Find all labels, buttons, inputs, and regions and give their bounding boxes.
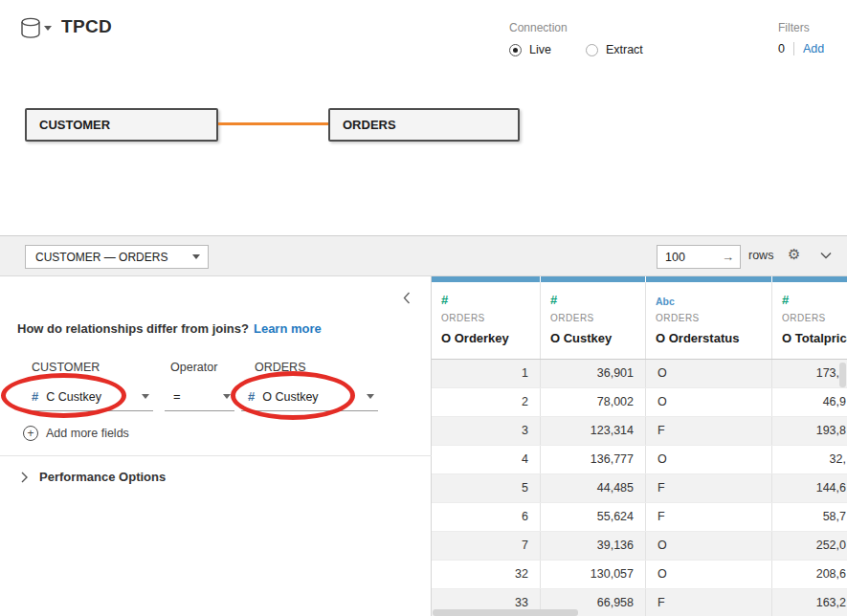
table-row: 5 44,485 F 144,6: [432, 474, 847, 503]
rows-count-input[interactable]: [658, 251, 709, 264]
database-caret-down-icon[interactable]: [44, 26, 52, 31]
left-field-dropdown[interactable]: # C Custkey: [25, 383, 153, 411]
cell: 55,624: [541, 503, 646, 531]
caret-down-icon: [367, 394, 374, 399]
filters-add-link[interactable]: Add: [803, 42, 824, 55]
column-field-name: O Custkey: [550, 331, 635, 345]
cell: 1: [432, 360, 541, 387]
relationship-connector-line[interactable]: [218, 122, 328, 125]
connection-section: Connection Live Extract: [509, 21, 643, 56]
cell: 6: [432, 503, 541, 531]
caret-down-icon: [142, 394, 149, 399]
database-icon[interactable]: [19, 17, 42, 39]
operator-value: =: [173, 389, 181, 404]
editor-divider: [0, 455, 432, 456]
column-table-name: ORDERS: [441, 313, 530, 323]
performance-options-toggle[interactable]: Performance Options: [21, 470, 166, 484]
bottom-panel: CUSTOMER — ORDERS → rows ⚙ How do relati…: [0, 235, 847, 616]
cell: 58,7: [772, 503, 847, 531]
chevron-right-icon: [21, 472, 28, 483]
column-header-custkey[interactable]: # ORDERS O Custkey: [541, 282, 646, 359]
cell: 46,9: [772, 388, 847, 416]
cell: 5: [432, 474, 541, 502]
pane-collapse-chevron-left-icon[interactable]: [403, 292, 411, 304]
cell: 144,6: [772, 474, 847, 502]
cell: O: [646, 446, 772, 473]
apply-rows-arrow-icon[interactable]: →: [722, 250, 734, 264]
table-row: 2 78,002 O 46,9: [432, 388, 847, 417]
cell: 193,8: [772, 417, 847, 445]
relationship-selector-dropdown[interactable]: CUSTOMER — ORDERS: [25, 245, 209, 269]
connection-live-label: Live: [529, 43, 551, 56]
relationship-selector-label: CUSTOMER — ORDERS: [35, 251, 167, 264]
connection-extract-option[interactable]: Extract: [586, 43, 643, 56]
relationships-question-text: How do relationships differ from joins?L…: [17, 321, 322, 336]
cell: O: [646, 360, 772, 387]
cell: 36,901: [541, 360, 646, 387]
cell: 3: [432, 417, 541, 445]
gear-icon[interactable]: ⚙: [788, 247, 800, 261]
number-icon: #: [550, 293, 635, 308]
number-icon: #: [248, 389, 255, 404]
grid-header-row: # ORDERS O Orderkey # ORDERS O Custkey A…: [432, 282, 847, 360]
data-preview-grid: # ORDERS O Orderkey # ORDERS O Custkey A…: [432, 276, 847, 616]
cell: 130,057: [541, 561, 646, 588]
panel-toolbar: CUSTOMER — ORDERS → rows ⚙: [0, 236, 847, 276]
filters-divider: [793, 42, 794, 55]
rows-count-field[interactable]: →: [657, 245, 741, 269]
cell: 123,314: [541, 417, 646, 445]
number-icon: #: [441, 293, 530, 308]
canvas-table-customer[interactable]: CUSTOMER: [25, 108, 218, 142]
right-field-value: O Custkey: [262, 390, 318, 404]
column-header-orderkey[interactable]: # ORDERS O Orderkey: [432, 282, 541, 359]
cell: 39,136: [541, 532, 646, 560]
canvas-table-orders[interactable]: ORDERS: [328, 108, 520, 142]
right-table-label: ORDERS: [255, 361, 305, 374]
number-icon: #: [782, 293, 837, 308]
cell: 163,2: [772, 589, 847, 616]
cell: 4: [432, 446, 541, 473]
filters-count: 0: [778, 42, 785, 55]
column-table-name: ORDERS: [782, 313, 837, 323]
performance-options-label: Performance Options: [39, 470, 166, 484]
table-row: 7 39,136 O 252,0: [432, 532, 847, 561]
column-header-totalprice[interactable]: # ORDERS O Totalprice: [772, 282, 847, 359]
cell: F: [646, 589, 772, 616]
filters-section: Filters 0 Add: [778, 21, 824, 55]
cell: 44,485: [541, 474, 646, 502]
learn-more-link[interactable]: Learn more: [254, 321, 322, 336]
right-field-dropdown[interactable]: # O Custkey: [241, 383, 378, 411]
table-row: 6 55,624 F 58,7: [432, 503, 847, 532]
radio-unselected-icon[interactable]: [586, 44, 598, 56]
column-field-name: O Orderkey: [441, 331, 530, 345]
add-more-fields-button[interactable]: + Add more fields: [23, 426, 129, 441]
relationship-editor-pane: How do relationships differ from joins?L…: [0, 276, 432, 616]
connection-live-option[interactable]: Live: [509, 43, 551, 56]
cell: 32,: [772, 446, 847, 473]
cell: O: [646, 532, 772, 560]
column-table-name: ORDERS: [550, 313, 635, 323]
cell: 173,6: [772, 360, 847, 387]
connection-label: Connection: [509, 21, 643, 34]
operator-dropdown[interactable]: =: [165, 383, 234, 411]
panel-collapse-chevron-down-icon[interactable]: [820, 252, 832, 259]
cell: 7: [432, 532, 541, 560]
cell: 208,6: [772, 561, 847, 588]
cell: 32: [432, 561, 541, 588]
plus-circle-icon: +: [23, 426, 38, 441]
cell: 78,002: [541, 388, 646, 416]
cell: O: [646, 388, 772, 416]
string-icon: Abc: [656, 293, 762, 308]
operator-label: Operator: [170, 361, 217, 374]
horizontal-scrollbar-thumb[interactable]: [433, 609, 578, 616]
caret-down-icon: [223, 394, 231, 399]
cell: F: [646, 503, 772, 531]
column-table-name: ORDERS: [656, 313, 762, 323]
vertical-scrollbar-thumb[interactable]: [839, 363, 846, 387]
caret-down-icon: [192, 254, 200, 259]
radio-selected-icon[interactable]: [509, 44, 522, 56]
cell: F: [646, 417, 772, 445]
column-header-orderstatus[interactable]: Abc ORDERS O Orderstatus: [646, 282, 772, 359]
rows-label: rows: [748, 249, 773, 262]
connection-extract-label: Extract: [606, 43, 643, 56]
